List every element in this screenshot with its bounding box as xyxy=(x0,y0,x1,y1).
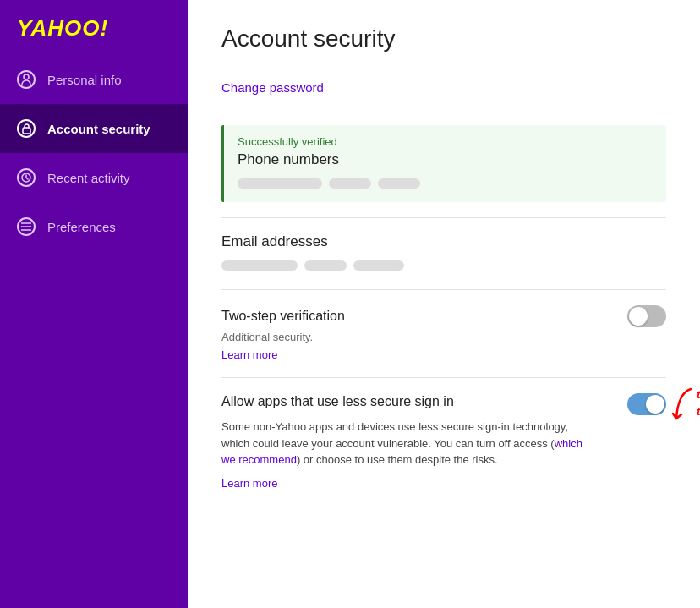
email-addresses-section: Email addresses xyxy=(221,218,666,290)
sidebar: YAHOO! Personal info Account security xyxy=(0,0,188,608)
yahoo-logo: YAHOO! xyxy=(0,0,188,55)
main-content: Account security Change password Success… xyxy=(188,0,700,608)
two-step-row-top: Two-step verification xyxy=(221,305,666,327)
two-step-toggle[interactable] xyxy=(627,305,666,327)
lock-icon xyxy=(17,119,36,138)
two-step-toggle-thumb xyxy=(629,307,648,326)
annotation-text: turn this option to On to allow EasyMail… xyxy=(697,386,700,419)
phone-placeholders xyxy=(238,175,653,192)
page-title: Account security xyxy=(221,25,666,52)
email-placeholders xyxy=(221,257,666,274)
clock-icon xyxy=(17,168,36,187)
allow-apps-title: Allow apps that use less secure sign in xyxy=(221,394,454,409)
sidebar-item-preferences[interactable]: Preferences xyxy=(0,202,188,251)
email-placeholder-1 xyxy=(221,260,298,271)
verified-label: Successfully verified xyxy=(238,135,653,148)
two-step-title: Two-step verification xyxy=(221,309,345,324)
change-password-link[interactable]: Change password xyxy=(221,80,324,95)
allow-apps-section: Allow apps that use less secure sign in … xyxy=(221,378,666,499)
phone-placeholder-2 xyxy=(329,178,371,189)
allow-apps-toggle-container: turn this option to On to allow EasyMail… xyxy=(627,393,666,415)
sidebar-item-label: Personal info xyxy=(47,73,122,87)
sidebar-item-label: Account security xyxy=(47,122,150,136)
allow-apps-toggle[interactable] xyxy=(627,393,666,415)
red-arrow-icon xyxy=(670,385,695,427)
annotation-container xyxy=(670,385,695,430)
allow-apps-toggle-track[interactable] xyxy=(627,393,666,415)
person-icon xyxy=(17,70,36,89)
two-step-learn-more[interactable]: Learn more xyxy=(221,348,277,361)
title-divider xyxy=(221,68,666,68)
email-heading: Email addresses xyxy=(221,233,666,250)
phone-placeholder-3 xyxy=(378,178,420,189)
svg-point-0 xyxy=(24,74,29,79)
allow-apps-description: Some non-Yahoo apps and devices use less… xyxy=(221,419,593,468)
allow-apps-learn-more[interactable]: Learn more xyxy=(221,477,277,490)
sidebar-item-personal-info[interactable]: Personal info xyxy=(0,55,188,104)
yahoo-wordmark: YAHOO! xyxy=(17,15,108,41)
two-step-section: Two-step verification Additional securit… xyxy=(221,290,666,378)
allow-apps-row-top: Allow apps that use less secure sign in … xyxy=(221,393,666,415)
sidebar-item-account-security[interactable]: Account security xyxy=(0,104,188,153)
sidebar-item-label: Recent activity xyxy=(47,171,130,185)
phone-verified-card: Successfully verified Phone numbers xyxy=(221,125,666,202)
phone-numbers-section: Successfully verified Phone numbers xyxy=(221,110,666,218)
list-icon xyxy=(17,217,36,236)
email-placeholder-2 xyxy=(304,260,347,271)
sidebar-item-label: Preferences xyxy=(47,220,116,234)
email-placeholder-3 xyxy=(353,260,404,271)
sidebar-item-recent-activity[interactable]: Recent activity xyxy=(0,153,188,202)
allow-apps-toggle-thumb xyxy=(646,395,664,414)
phone-heading: Phone numbers xyxy=(238,151,653,168)
phone-placeholder-1 xyxy=(238,178,322,189)
two-step-subtitle: Additional security. xyxy=(221,331,666,343)
two-step-toggle-track[interactable] xyxy=(627,305,666,327)
svg-rect-1 xyxy=(23,128,30,134)
